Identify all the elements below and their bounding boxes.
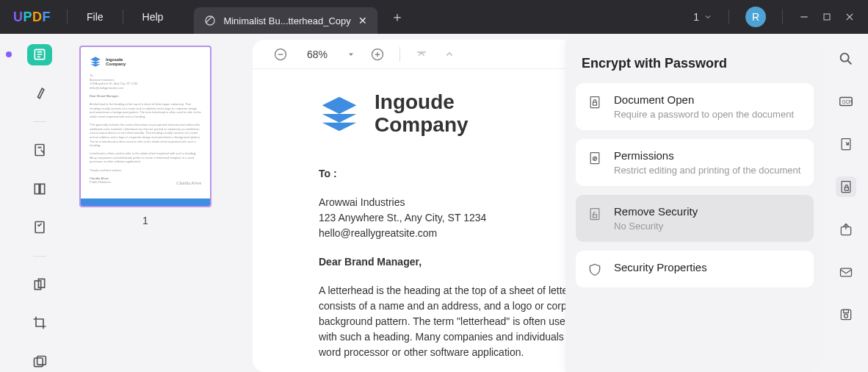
option-subtitle: No Security <box>614 221 802 232</box>
no-edit-icon <box>204 15 216 26</box>
rail-indicator[interactable] <box>6 51 12 57</box>
ocr-button[interactable]: OCR <box>836 91 856 112</box>
document-area: 68% IngoudeCompany To : <box>253 40 824 372</box>
zoom-out-button[interactable] <box>273 47 288 62</box>
svg-text:OCR: OCR <box>842 99 853 104</box>
save-icon <box>839 307 853 322</box>
app-logo: UPDF <box>0 10 64 25</box>
menu-file[interactable]: File <box>70 11 120 23</box>
option-title: Document Open <box>614 93 802 106</box>
redact-tool[interactable] <box>27 351 52 372</box>
option-title: Security Properties <box>614 261 802 273</box>
stack-icon <box>90 56 101 68</box>
share-icon <box>839 222 853 237</box>
svg-rect-18 <box>593 215 597 218</box>
page-thumbnail-1[interactable]: Ingoude Company To:Arowwai Industries123… <box>79 46 211 207</box>
shield-icon <box>587 262 602 277</box>
divider <box>123 10 123 24</box>
form-icon <box>32 220 47 235</box>
reader-tool[interactable] <box>27 44 52 65</box>
svg-rect-3 <box>35 145 44 156</box>
titlebar: UPDF File Help Minimalist Bu...tterhead_… <box>0 0 868 34</box>
chevron-up-icon <box>443 48 456 61</box>
panel-title: Encrypt with Password <box>576 53 814 83</box>
divider <box>728 10 729 24</box>
file-lock-icon <box>587 95 602 110</box>
divider <box>399 47 400 62</box>
book-icon <box>32 47 47 62</box>
caret-down-icon <box>347 50 355 59</box>
go-first-page-button[interactable] <box>415 48 428 61</box>
form-tool[interactable] <box>27 217 52 238</box>
search-icon <box>838 51 854 67</box>
save-other-button[interactable] <box>836 304 856 325</box>
svg-rect-1 <box>824 14 830 20</box>
user-avatar[interactable]: R <box>745 7 766 27</box>
page-indicator[interactable]: 1 <box>693 11 712 23</box>
email-button[interactable] <box>836 262 856 282</box>
thumb-footer-band <box>81 198 210 206</box>
edit-page-icon <box>32 143 47 157</box>
crop-icon <box>32 315 47 330</box>
page-number: 1 <box>693 11 699 23</box>
comment-tool[interactable] <box>27 83 52 104</box>
window-close-button[interactable] <box>845 12 855 22</box>
permissions-option[interactable]: Permissions Restrict editing and printin… <box>576 139 814 186</box>
svg-point-19 <box>841 54 849 62</box>
pages-icon <box>32 277 47 292</box>
right-toolbar: OCR <box>824 34 868 372</box>
svg-point-0 <box>206 16 214 25</box>
divider <box>33 121 46 122</box>
divider <box>782 10 783 24</box>
security-properties-option[interactable]: Security Properties <box>576 251 814 287</box>
option-title: Remove Security <box>614 205 802 218</box>
thumb-company: Ingoude Company <box>106 57 126 66</box>
organize-tool[interactable] <box>27 273 52 295</box>
svg-rect-26 <box>841 268 852 276</box>
unlock-file-icon <box>587 207 602 221</box>
edit-text-tool[interactable] <box>27 140 52 161</box>
crop-tool[interactable] <box>27 312 52 334</box>
company-name: IngoudeCompany <box>375 91 469 137</box>
export-file-icon <box>839 137 853 151</box>
tab-label: Minimalist Bu...tterhead_Copy <box>223 15 350 26</box>
minus-circle-icon <box>273 47 288 62</box>
file-lock-icon <box>839 179 853 194</box>
encrypt-password-panel: Encrypt with Password Document Open Requ… <box>565 40 824 372</box>
svg-rect-22 <box>842 139 850 150</box>
zoom-level[interactable]: 68% <box>303 49 332 60</box>
ocr-icon: OCR <box>838 93 854 110</box>
plus-circle-icon <box>370 47 385 62</box>
export-button[interactable] <box>836 134 856 154</box>
window-minimize-button[interactable] <box>799 12 809 22</box>
window-maximize-button[interactable] <box>822 12 831 21</box>
menu-help[interactable]: Help <box>126 11 180 23</box>
zoom-dropdown[interactable] <box>347 50 355 59</box>
svg-rect-14 <box>593 102 597 105</box>
thumbnail-panel: Ingoude Company To:Arowwai Industries123… <box>62 34 253 372</box>
svg-rect-6 <box>35 222 44 233</box>
option-subtitle: Restrict editing and printing of the doc… <box>614 165 802 176</box>
zoom-in-button[interactable] <box>370 47 385 62</box>
svg-point-28 <box>845 314 848 318</box>
document-open-option[interactable]: Document Open Require a password to open… <box>576 83 814 130</box>
new-tab-button[interactable]: ＋ <box>391 8 404 26</box>
search-button[interactable] <box>836 49 856 69</box>
document-tab[interactable]: Minimalist Bu...tterhead_Copy ✕ <box>194 7 377 34</box>
tab-close-button[interactable]: ✕ <box>358 15 367 26</box>
workspace: Ingoude Company To:Arowwai Industries123… <box>0 34 868 372</box>
mail-icon <box>839 265 853 279</box>
svg-rect-5 <box>40 184 45 193</box>
protect-button[interactable] <box>836 176 856 197</box>
divider <box>33 256 46 257</box>
option-subtitle: Require a password to open the document <box>614 109 802 120</box>
page-layout-tool[interactable] <box>27 178 52 199</box>
divider <box>67 10 68 24</box>
svg-rect-4 <box>35 184 39 193</box>
chevron-down-icon <box>704 12 712 21</box>
left-toolbar <box>18 34 62 372</box>
share-button[interactable] <box>836 219 856 240</box>
go-prev-page-button[interactable] <box>443 48 456 61</box>
layout-icon <box>32 182 47 196</box>
remove-security-option[interactable]: Remove Security No Security <box>576 195 814 242</box>
